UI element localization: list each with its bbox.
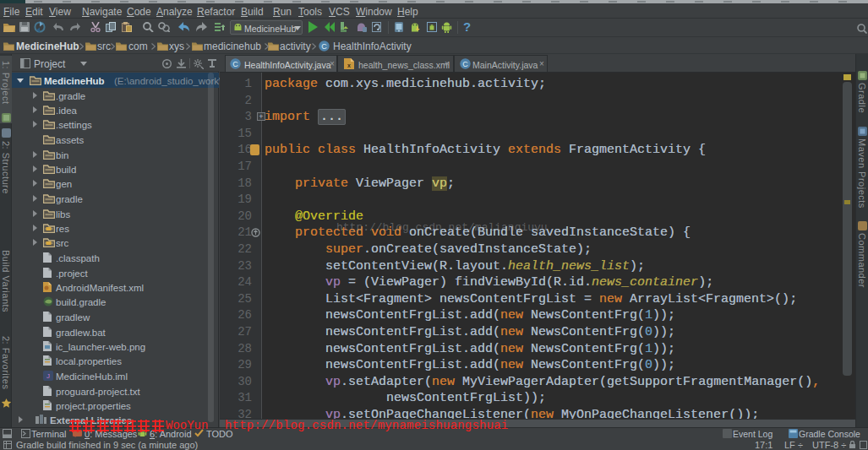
svg-text:C: C xyxy=(232,60,238,68)
svg-text:C: C xyxy=(462,60,468,68)
svg-text:x: x xyxy=(347,62,351,68)
svg-text:J: J xyxy=(46,372,50,380)
svg-text:C: C xyxy=(321,42,327,51)
